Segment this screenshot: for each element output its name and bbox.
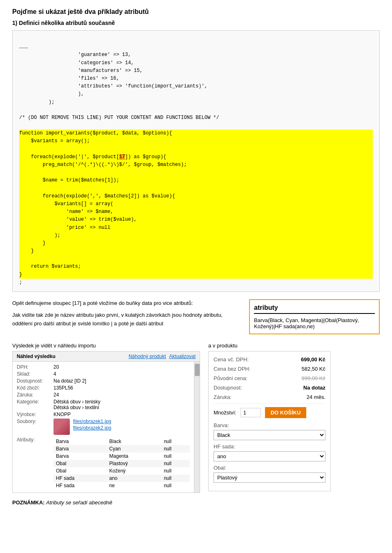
preview-row-vyrobce: Výrobce: KNOPP <box>17 412 190 417</box>
code-line-1: 'guarantee' => 13, <box>19 52 131 58</box>
code-line-2: 'categories' => 14, <box>19 60 134 66</box>
kod-value: 135PL56 <box>53 385 73 391</box>
soubory-value: files/obrazek1.jpg files/obrazek2.jpg <box>53 419 111 435</box>
attr-panel-box: atributy Barva(Black, Cyan, Magenta)|Oba… <box>249 299 380 334</box>
prod-dostupnost-label: Dostupnost: <box>214 385 242 391</box>
import-labels-row: Výsledek je vidět v náhledu importu a v … <box>12 343 380 349</box>
prod-zaruka-value: 24 měs. <box>307 394 325 400</box>
attr-panel-content: Barva(Black, Cyan, Magenta)|Obal(Plastov… <box>254 317 375 329</box>
table-row: HF sadanenull <box>53 482 190 489</box>
sklad-label: Sklad: <box>17 371 53 377</box>
product-panel: Cena vč. DPH: 699,00 Kč Cena bez DPH: 58… <box>208 351 331 491</box>
cena-bez-dph-value: 582,50 Kč <box>301 366 325 372</box>
obal-select[interactable]: Plastový Kožený <box>214 472 325 483</box>
preview-header: Náhled výsledku Náhodný produkt Aktualiz… <box>13 352 200 362</box>
table-row: ObalPlastovýnull <box>53 460 190 467</box>
puvodni-cena-value: 999,00 Kč <box>301 375 325 381</box>
barva-label: Barva: <box>214 422 325 428</box>
explanation-detail: Jak vidíte tak zde je název atributu jak… <box>12 311 241 328</box>
dostupnost-value: Na dotaz [ID 2] <box>53 378 86 384</box>
preview-row-soubory: Soubory: files/obrazek1.jpg files/obraze… <box>17 419 190 435</box>
product-row-cena-s-dph: Cena vč. DPH: 699,00 Kč <box>214 356 325 363</box>
barva-select[interactable]: Black Cyan Magenta <box>214 430 325 440</box>
cena-bez-dph-label: Cena bez DPH: <box>214 366 250 372</box>
add-to-cart-button[interactable]: DO KOŠÍKU <box>265 407 307 418</box>
code-block-highlighted: function import_variants($product, $data… <box>19 130 373 279</box>
preview-row-atributy: Atributy: BarvaBlacknull BarvaCyannull B… <box>17 436 190 489</box>
import-content-row: Náhled výsledku Náhodný produkt Aktualiz… <box>12 351 380 493</box>
hf-sada-label: HF sada: <box>214 443 325 450</box>
product-barva-field: Barva: Black Cyan Magenta <box>214 422 325 440</box>
table-row: BarvaBlacknull <box>53 438 190 445</box>
preview-scrollbar[interactable] <box>194 362 200 493</box>
preview-header-links: Náhodný produkt Aktualizovat <box>129 354 196 359</box>
preview-row-dph: DPH: 20 <box>17 364 190 370</box>
zaruka-value: 24 <box>53 392 59 398</box>
code-line-semi: ; <box>19 280 22 285</box>
table-row: ObalKoženýnull <box>53 467 190 475</box>
quantity-input[interactable] <box>241 408 261 417</box>
file-link-1[interactable]: files/obrazek1.jpg <box>73 419 111 424</box>
product-obal-field: Obal: Plastový Kožený <box>214 465 325 483</box>
attr-panel-title: atributy <box>254 304 375 314</box>
table-row: BarvaMagentanull <box>53 452 190 460</box>
attr-panel: atributy Barva(Black, Cyan, Magenta)|Oba… <box>249 299 380 334</box>
prod-dostupnost-value: Na dotaz <box>303 385 325 391</box>
prod-zaruka-label: Záruka: <box>214 394 232 400</box>
random-product-link[interactable]: Náhodný produkt <box>129 354 166 359</box>
obal-label: Obal: <box>214 465 325 471</box>
preview-box: Náhled výsledku Náhodný produkt Aktualiz… <box>12 351 200 493</box>
preview-row-dostupnost: Dostupnost: Na dotaz [ID 2] <box>17 378 190 384</box>
file-links: files/obrazek1.jpg files/obrazek2.jpg <box>73 419 111 431</box>
dostupnost-label: Dostupnost: <box>17 378 53 384</box>
hf-sada-select[interactable]: ano ne <box>214 451 325 461</box>
explanation-left: Opět definujeme sloupec [17] a poté vlož… <box>12 299 241 334</box>
file-link-2[interactable]: files/obrazek2.jpg <box>73 425 111 431</box>
table-row: BarvaCyannull <box>53 445 190 452</box>
note-italic: Atributy se seřadí abecedně <box>46 499 112 506</box>
file-thumb <box>53 419 70 435</box>
kategorie-label: Kategorie: <box>17 399 53 410</box>
vyrobce-value: KNOPP <box>53 412 71 417</box>
code-line-5: 'attributes' => 'function(import_variant… <box>19 83 207 89</box>
product-row-puvodni: Původní cena: 999,00 Kč <box>214 375 325 381</box>
preview-body: DPH: 20 Sklad: 4 Dostupnost: Na dotaz [I… <box>13 362 194 493</box>
note-paragraph: POZNÁMKA: Atributy se seřadí abecedně <box>12 499 380 506</box>
product-row-cena-bez-dph: Cena bez DPH: 582,50 Kč <box>214 366 325 372</box>
puvodni-cena-label: Původní cena: <box>214 375 247 381</box>
preview-row-sklad: Sklad: 4 <box>17 371 190 377</box>
sklad-value: 4 <box>53 371 56 377</box>
code-line-dots: ……… <box>19 44 28 50</box>
product-row-dostupnost: Dostupnost: Na dotaz <box>214 385 325 391</box>
vyrobce-label: Výrobce: <box>17 412 53 417</box>
soubory-label: Soubory: <box>17 419 53 424</box>
dph-value: 20 <box>53 364 59 370</box>
note-bold: POZNÁMKA: <box>12 499 46 506</box>
scrollbar-thumb[interactable] <box>195 364 200 376</box>
code-block: ……… 'guarantee' => 13, 'categories' => 1… <box>12 30 380 292</box>
explanation-intro: Opět definujeme sloupec [17] a poté vlož… <box>12 299 241 308</box>
product-qty-row: Množství: DO KOŠÍKU <box>214 407 325 418</box>
explanation-section: Opět definujeme sloupec [17] a poté vlož… <box>12 299 380 334</box>
mnozstvi-label: Množství: <box>214 410 236 416</box>
cena-s-dph-label: Cena vč. DPH: <box>214 356 249 363</box>
product-hf-field: HF sada: ano ne <box>214 443 325 461</box>
dph-label: DPH: <box>17 364 53 370</box>
update-link[interactable]: Aktualizovat <box>169 354 196 359</box>
product-row-zaruka: Záruka: 24 měs. <box>214 394 325 400</box>
cena-s-dph-value: 699,00 Kč <box>301 356 325 363</box>
preview-title: Náhled výsledku <box>17 354 56 359</box>
atributy-label: Atributy: <box>17 437 53 443</box>
zaruka-label: Záruka: <box>17 392 53 398</box>
import-label-left: Výsledek je vidět v náhledu importu <box>12 343 200 349</box>
code-line-comment: /* (DO NOT REMOVE THIS LINE) PUT YOUR CO… <box>19 115 219 121</box>
attr-table: BarvaBlacknull BarvaCyannull BarvaMagent… <box>53 438 190 489</box>
import-section: Výsledek je vidět v náhledu importu a v … <box>12 343 380 493</box>
table-row: HF sadaanonull <box>53 475 190 482</box>
page-title: Pojďme si ukázat ještě dva příklady atri… <box>12 8 380 16</box>
kod-label: Kód zboží: <box>17 385 53 391</box>
preview-row-kategorie: Kategorie: Dětská obuv › teniskyDětská o… <box>17 399 190 410</box>
code-line-3: 'manufacturers' => 15, <box>19 68 143 74</box>
preview-row-kod: Kód zboží: 135PL56 <box>17 385 190 391</box>
code-line-6: ), <box>19 91 84 97</box>
